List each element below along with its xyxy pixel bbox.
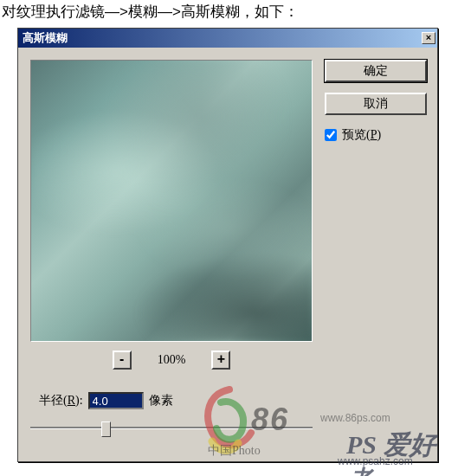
radius-slider[interactable] [30,421,313,439]
cancel-button[interactable]: 取消 [325,93,427,115]
zoom-controls: - 100% + [30,351,313,370]
close-button[interactable]: × [422,32,435,44]
preview-label: 预览(P) [342,127,381,143]
zoom-out-button[interactable]: - [113,351,132,370]
preview-image[interactable] [30,60,313,342]
gaussian-blur-dialog: 高斯模糊 × - 100% + 确定 取消 预览(P) 半径(R): 像素 [17,28,438,462]
ok-button[interactable]: 确定 [325,60,427,82]
slider-thumb[interactable] [101,421,111,437]
zoom-in-button[interactable]: + [211,351,230,370]
preview-checkbox-row[interactable]: 预览(P) [325,127,427,143]
radius-input[interactable] [88,392,144,409]
radius-unit: 像素 [149,393,173,408]
right-panel: 确定 取消 预览(P) [325,60,427,143]
dialog-titlebar[interactable]: 高斯模糊 × [18,29,437,48]
preview-checkbox[interactable] [325,129,337,141]
radius-row: 半径(R): 像素 [39,392,173,409]
slider-track-line [30,427,313,429]
dialog-body: - 100% + 确定 取消 预览(P) 半径(R): 像素 [18,48,437,461]
dialog-title: 高斯模糊 [20,30,68,46]
zoom-level: 100% [158,353,186,367]
radius-label: 半径(R): [39,393,83,408]
instruction-text: 对纹理执行滤镜—>模糊—>高斯模糊，如下： [0,0,458,29]
